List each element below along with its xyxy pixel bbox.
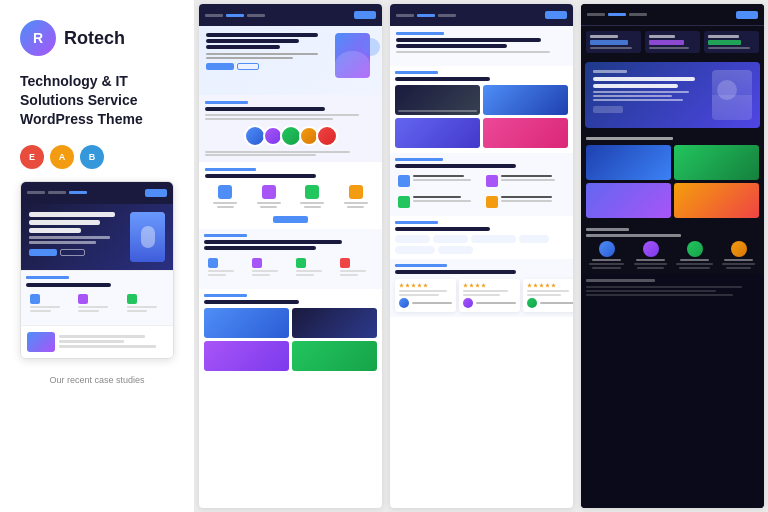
- service-icon: [78, 294, 88, 304]
- col3-header: [390, 4, 573, 26]
- preview-card-dark[interactable]: [20, 181, 174, 359]
- sol-item: [292, 182, 333, 211]
- elementor-badge: E: [20, 145, 44, 169]
- hero-title-lg: [29, 220, 100, 225]
- hero-text-block: [206, 33, 330, 70]
- hero-title-xl: [29, 212, 115, 217]
- col4-cta: [736, 11, 758, 19]
- tagline-line1: Technology & IT: [20, 73, 128, 89]
- col2-hero: [199, 26, 382, 95]
- dark-testimonials-section: [581, 223, 764, 274]
- hero-sub2: [29, 241, 96, 244]
- client-card: [523, 279, 573, 312]
- left-panel: R Rotech Technology & IT Solutions Servi…: [0, 0, 195, 512]
- sol-item: [336, 182, 377, 211]
- service-cards: [26, 290, 168, 320]
- sol-text: [217, 206, 234, 208]
- dark-case-thumb: [586, 145, 671, 180]
- client-avatar-row: [527, 298, 573, 308]
- card-line-short: [78, 310, 99, 312]
- industry-tags: [395, 235, 568, 254]
- hero-sub1: [29, 236, 110, 239]
- column-3-light[interactable]: [390, 4, 573, 508]
- why-icon: [486, 175, 498, 187]
- dark-cases-section: [581, 132, 764, 223]
- column-2-light[interactable]: [199, 4, 382, 508]
- tagline-line2: Solutions Service: [20, 92, 137, 108]
- help-top: [390, 26, 573, 66]
- why-choose-section: [390, 153, 573, 216]
- card-line: [252, 274, 270, 276]
- client-name: [412, 302, 452, 304]
- col4-header: [581, 4, 764, 26]
- ind-tag: [471, 235, 516, 243]
- hero-buttons: [29, 249, 124, 256]
- card-line: [296, 274, 314, 276]
- innovate-section: [585, 62, 760, 128]
- tagline-line3: WordPress Theme: [20, 111, 143, 127]
- preview-dark-header: [21, 182, 173, 204]
- client-avatar-row: [399, 298, 452, 308]
- col2-cta: [354, 11, 376, 19]
- logo-icon: R: [20, 20, 56, 56]
- help-card: [336, 254, 377, 284]
- ind-tag: [519, 235, 549, 243]
- star: [423, 283, 428, 288]
- client-name: [540, 302, 573, 304]
- client-cards: [395, 279, 568, 312]
- client-avatar-row: [463, 298, 516, 308]
- section-title: [26, 283, 111, 287]
- nav-item: [48, 191, 66, 194]
- nav-item: [608, 13, 626, 16]
- why-icon: [398, 175, 410, 187]
- nav-item-active: [69, 191, 87, 194]
- help-card: [292, 254, 333, 284]
- card-line: [208, 270, 234, 272]
- case-thumb: [292, 308, 377, 338]
- star: [463, 283, 468, 288]
- plugin-badge-b: B: [80, 145, 104, 169]
- star: [545, 283, 550, 288]
- sol-icon: [349, 185, 363, 199]
- ind-tag: [438, 246, 473, 254]
- brand-name: Rotech: [64, 28, 125, 49]
- sol-text: [344, 202, 368, 204]
- text-line: [59, 335, 145, 338]
- case-thumb: [483, 85, 568, 115]
- why-item: [483, 193, 568, 211]
- star: [475, 283, 480, 288]
- inno-image: [712, 70, 752, 120]
- logo-letter: R: [33, 30, 43, 46]
- preview-bottom: [21, 326, 173, 358]
- solutions-grid: [205, 182, 376, 211]
- client-text-line: [527, 290, 569, 292]
- client-avatar: [527, 298, 537, 308]
- dark-test-title: [586, 234, 681, 237]
- sol-icon: [305, 185, 319, 199]
- nav-item: [587, 13, 605, 16]
- ind-tag: [395, 246, 435, 254]
- dark-test-item: [630, 241, 671, 269]
- dark-name-line: [592, 259, 621, 261]
- text-line: [59, 340, 124, 343]
- dark-hero-section: [21, 204, 173, 271]
- case-thumb: [292, 341, 377, 371]
- star: [417, 283, 422, 288]
- services-section: [21, 271, 173, 326]
- ind-tag: [395, 235, 430, 243]
- card-icon: [340, 258, 350, 268]
- it-solutions-section: [199, 162, 382, 229]
- column-4-dark[interactable]: [581, 4, 764, 508]
- col3-cta: [545, 11, 567, 19]
- hero-outline-btn: [60, 249, 85, 256]
- cases-grid-2: [395, 85, 568, 148]
- sol-icon: [262, 185, 276, 199]
- hero-cta-btn: [29, 249, 57, 256]
- stars: [399, 283, 452, 288]
- case-studies-section: [199, 289, 382, 376]
- case-thumb: [395, 118, 480, 148]
- col2-header: [199, 4, 382, 26]
- star: [469, 283, 474, 288]
- dark-case-thumb: [674, 183, 759, 218]
- sol-text: [347, 206, 364, 208]
